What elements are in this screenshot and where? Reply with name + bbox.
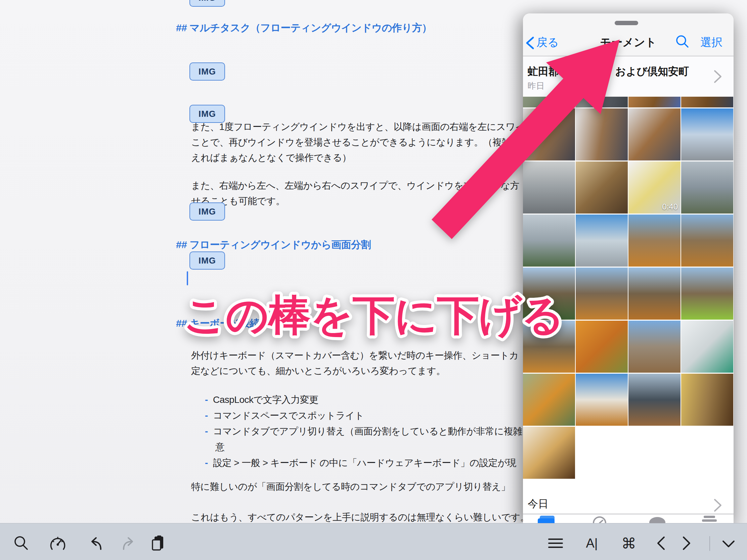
moment-section-header[interactable]: 虻田郡 および倶知安町 昨日 xyxy=(523,57,733,97)
memories-tab-icon[interactable] xyxy=(592,516,607,523)
photo-thumb-family-bench-3[interactable] xyxy=(628,108,680,160)
back-button[interactable]: 戻る xyxy=(536,35,559,50)
photo-thumb-food-plate[interactable] xyxy=(523,427,575,479)
markdown-heading: ## マルチタスク（フローティングウインドウの作り方） xyxy=(176,22,432,33)
doc-text-line: また、右端から左へ、左端から右へのスワイプで、ウインドウを左右好きな方 xyxy=(191,180,519,191)
doc-text-line: また、1度フローティングウインドウを出すと、以降は画面の右端を左にスワイ xyxy=(191,121,525,133)
search-icon[interactable] xyxy=(12,534,31,553)
search-icon[interactable] xyxy=(675,34,690,49)
img-attachment-button[interactable]: IMG xyxy=(189,203,225,220)
moment-date: 昨日 xyxy=(528,80,544,91)
doc-text-line: 外付けキーボード（スマートカバー含む）を繋いだ時のキー操作、ショートカ xyxy=(191,350,519,361)
doc-text-line: 特に難しいのが「画面分割をしてる時のコマンドタブでのアプリ切り替え」 xyxy=(191,481,510,492)
photo-thumb-country-road-clouds[interactable] xyxy=(681,161,733,214)
photo-thumb-beer-can[interactable] xyxy=(681,374,733,426)
photo-thumb-pumpkin-house-4[interactable] xyxy=(628,268,680,320)
doc-text-line: 意 xyxy=(215,442,225,453)
bullet-marker: - xyxy=(205,457,208,469)
photo-thumb-family-bench-1[interactable] xyxy=(523,108,575,160)
photo-thumb-bench-kid-legs[interactable] xyxy=(628,97,680,107)
chevron-down-collapse-icon[interactable] xyxy=(719,534,738,553)
bullet-marker: - xyxy=(205,426,208,437)
photo-thumb-tatami-window[interactable] xyxy=(576,161,628,214)
select-button[interactable]: 選択 xyxy=(700,35,722,50)
photo-thumb-pumpkin-house-6[interactable] xyxy=(576,374,628,426)
photo-thumb-pumpkin-house-1[interactable] xyxy=(628,215,680,267)
paste-clipboard-icon[interactable] xyxy=(149,534,168,553)
chevron-right-icon[interactable] xyxy=(713,498,723,513)
moment-location-right: および倶知安町 xyxy=(615,64,689,79)
back-chevron-icon[interactable] xyxy=(524,36,536,50)
photo-thumb-pumpkin-house-5[interactable] xyxy=(523,321,575,373)
shortcut-toolbar: A| ⌘ xyxy=(0,523,747,560)
doc-text-line: コマンドスペースでスポットライト xyxy=(213,410,364,421)
chevron-right-icon xyxy=(713,69,723,84)
img-attachment-button[interactable]: IMG xyxy=(189,0,225,7)
photo-thumb-house-front[interactable] xyxy=(628,321,680,373)
markdown-heading: ## キーボード接続時の動作 xyxy=(176,318,300,329)
img-attachment-button[interactable]: IMG xyxy=(189,105,225,123)
photo-thumb-wooden-deck-kid[interactable] xyxy=(681,97,733,107)
bullet-marker: - xyxy=(205,394,208,405)
text-field-icon[interactable]: A| xyxy=(583,534,601,553)
photo-thumb-family-bench-2[interactable] xyxy=(576,108,628,160)
moment-location-left: 虻田郡 xyxy=(528,64,559,79)
shared-tab-icon[interactable] xyxy=(649,516,666,523)
window-grab-handle[interactable] xyxy=(615,21,638,25)
command-key-icon[interactable]: ⌘ xyxy=(619,534,638,553)
photo-thumb-cloudy-field-arch[interactable] xyxy=(523,215,575,267)
img-attachment-button[interactable]: IMG xyxy=(189,251,225,270)
bullet-marker: - xyxy=(205,410,208,421)
photo-thumb-house-conifer[interactable] xyxy=(523,268,575,320)
redo-icon xyxy=(118,534,137,553)
doc-text-line: 定などについても、細かいところがいろいろ変わってます。 xyxy=(191,365,445,377)
photos-floating-window[interactable]: 0:40 戻る モーメント 選択 虻田郡 および倶知安町 昨日 今日 xyxy=(523,14,733,523)
photo-thumb-pavement-dark-clothes[interactable] xyxy=(576,97,628,107)
markdown-heading: ## フローティングウインドウから画面分割 xyxy=(176,239,371,250)
doc-text-line: 設定 > 一般 > キーボード の中に「ハードウェアキーボード」の設定が現 xyxy=(213,457,516,469)
photo-thumb-gourd-pile[interactable] xyxy=(523,374,575,426)
video-duration-badge: 0:40 xyxy=(662,202,678,212)
photo-thumb-diorama-table[interactable] xyxy=(681,321,733,373)
line-list-icon[interactable] xyxy=(546,534,565,553)
photo-thumb-pumpkin-house-2[interactable] xyxy=(681,215,733,267)
photo-thumb-pumpkin-house-3[interactable] xyxy=(576,268,628,320)
undo-icon[interactable] xyxy=(87,534,106,553)
page-title: モーメント xyxy=(600,35,656,50)
photo-thumb-pavement-feet[interactable] xyxy=(523,97,575,107)
chevron-left-icon[interactable] xyxy=(652,534,671,553)
photo-thumb-dark-house-stand[interactable] xyxy=(628,374,680,426)
photo-thumb-crosswalk-walk[interactable] xyxy=(523,161,575,214)
chevron-right-icon[interactable] xyxy=(677,534,696,553)
photo-thumb-street-blue-sky[interactable] xyxy=(681,108,733,160)
doc-text-line: ことで、再びウインドウを登場させることができるようになります。（複雑だ xyxy=(191,137,520,148)
today-section-header[interactable]: 今日 xyxy=(528,497,548,511)
photo-thumb-pumpkin-pile[interactable] xyxy=(576,321,628,373)
photo-thumb-vending-machine-video[interactable]: 0:40 xyxy=(628,161,680,214)
doc-text-line: えればまぁなんとなくで操作できる） xyxy=(191,152,351,163)
photo-thumb-pumpkin-house-green[interactable] xyxy=(681,268,733,320)
reader-gauge-icon[interactable] xyxy=(48,534,67,553)
img-attachment-button[interactable]: IMG xyxy=(189,62,225,81)
doc-text-line: これはもう、すべてのパターンを上手に説明するのは無理なくらい難しいです。 xyxy=(191,512,529,523)
photo-thumb-parking-lot-sky[interactable] xyxy=(576,215,628,267)
toolbar-divider xyxy=(710,536,710,551)
doc-text-line: CaspLockで文字入力変更 xyxy=(213,394,318,405)
doc-text-line: コマンドタブでアプリ切り替え（画面分割をしていると動作が非常に複雑 xyxy=(213,426,522,437)
photos-nav-bar: 戻る モーメント 選択 xyxy=(523,14,733,56)
